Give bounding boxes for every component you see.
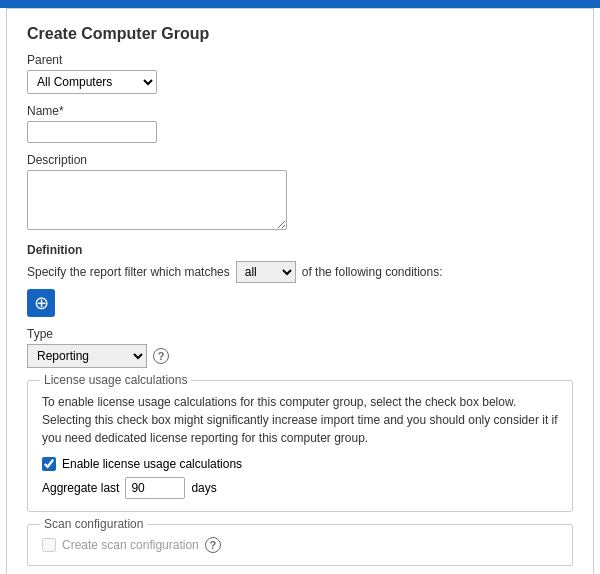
page-title: Create Computer Group xyxy=(27,25,573,43)
license-section-box: License usage calculations To enable lic… xyxy=(27,380,573,512)
type-help-icon[interactable]: ? xyxy=(153,348,169,364)
name-input[interactable] xyxy=(27,121,157,143)
description-label: Description xyxy=(27,153,573,167)
filter-text-after: of the following conditions: xyxy=(302,265,443,279)
scan-section-box: Scan configuration Create scan configura… xyxy=(27,524,573,566)
main-content: Create Computer Group Parent All Compute… xyxy=(6,8,594,574)
definition-title: Definition xyxy=(27,243,573,257)
scan-config-checkbox[interactable] xyxy=(42,538,56,552)
license-section-title: License usage calculations xyxy=(40,373,191,387)
type-section: Type Reporting Active Directory Manual ? xyxy=(27,327,573,368)
name-label: Name* xyxy=(27,104,573,118)
aggregate-unit: days xyxy=(191,481,216,495)
enable-license-label: Enable license usage calculations xyxy=(62,457,242,471)
type-row: Reporting Active Directory Manual ? xyxy=(27,344,573,368)
parent-field-group: Parent All Computers Computers xyxy=(27,53,573,94)
scan-section-title: Scan configuration xyxy=(40,517,147,531)
filter-select[interactable]: all any xyxy=(236,261,296,283)
license-description: To enable license usage calculations for… xyxy=(42,393,558,447)
plus-icon: ⊕ xyxy=(34,294,49,312)
add-condition-button[interactable]: ⊕ xyxy=(27,289,55,317)
aggregate-input[interactable] xyxy=(125,477,185,499)
aggregate-label: Aggregate last xyxy=(42,481,119,495)
parent-label: Parent xyxy=(27,53,573,67)
aggregate-row: Aggregate last days xyxy=(42,477,558,499)
type-select[interactable]: Reporting Active Directory Manual xyxy=(27,344,147,368)
scan-checkbox-row: Create scan configuration ? xyxy=(42,537,558,553)
definition-section: Definition Specify the report filter whi… xyxy=(27,243,573,317)
parent-select[interactable]: All Computers Computers xyxy=(27,70,157,94)
scan-config-label: Create scan configuration xyxy=(62,538,199,552)
enable-license-checkbox-row: Enable license usage calculations xyxy=(42,457,558,471)
top-bar xyxy=(0,0,600,8)
description-textarea[interactable] xyxy=(27,170,287,230)
enable-license-checkbox[interactable] xyxy=(42,457,56,471)
scan-help-icon[interactable]: ? xyxy=(205,537,221,553)
definition-row: Specify the report filter which matches … xyxy=(27,261,573,283)
type-label: Type xyxy=(27,327,573,341)
filter-text-before: Specify the report filter which matches xyxy=(27,265,230,279)
name-field-group: Name* xyxy=(27,104,573,143)
description-field-group: Description xyxy=(27,153,573,233)
